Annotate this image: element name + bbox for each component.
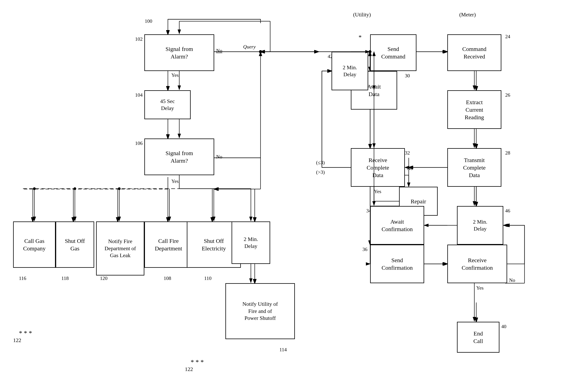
label-36: 36	[362, 247, 368, 252]
delay-2min-2-box: 2 Min.Delay	[457, 206, 503, 245]
no-receive-label: No	[407, 166, 413, 171]
notify-utility-text: Notify Utility ofFire and ofPower Shutof…	[242, 301, 278, 322]
label-46: 46	[505, 208, 510, 214]
await-data-text: AwaitData	[367, 83, 381, 98]
call-fire-box: Call FireDepartment	[144, 222, 193, 268]
call-gas-text: Call GasCompany	[23, 237, 46, 252]
query-label: Query	[243, 44, 256, 50]
notify-fire-gas-text: Notify FireDepartment ofGas Leak	[105, 238, 136, 259]
svg-point-74	[118, 187, 121, 190]
delay-45-text: 45 SecDelay	[160, 98, 175, 112]
signal-alarm-2-text: Signal fromAlarm?	[166, 149, 193, 164]
no-confirm-label: No	[509, 277, 515, 283]
receive-confirmation-box: ReceiveConfirmation	[447, 245, 507, 283]
shutoff-gas-text: Shut OffGas	[65, 237, 85, 252]
yes1-label: Yes	[171, 72, 179, 78]
stars-b: * * *	[191, 358, 204, 366]
transmit-data-box: TransmitCompleteData	[447, 148, 501, 187]
meter-label: (Meter)	[459, 12, 476, 18]
signal-alarm-2-box: Signal fromAlarm?	[144, 139, 214, 175]
extract-reading-box: ExtractCurrentReading	[447, 90, 501, 129]
label-102: 102	[135, 36, 143, 42]
label-26: 26	[505, 92, 510, 98]
extract-reading-text: ExtractCurrentReading	[465, 98, 484, 121]
label-118: 118	[61, 276, 69, 281]
label-28: 28	[505, 150, 510, 156]
receive-complete-box: ReceiveCompleteData	[351, 148, 405, 187]
utility-label: (Utility)	[353, 12, 371, 18]
delay-2min-3-text: 2 Min.Delay	[244, 236, 258, 250]
delay-45-box: 45 SecDelay	[144, 90, 191, 119]
svg-point-72	[33, 187, 36, 190]
label-32: 32	[405, 150, 410, 156]
label-104: 104	[135, 92, 143, 98]
svg-point-73	[73, 187, 76, 190]
label-24: 24	[505, 34, 510, 40]
await-confirmation-box: AwaitConfirmation	[370, 206, 424, 245]
shutoff-elec-text: Shut OffElectricity	[202, 237, 226, 252]
delay-2min-1-box: 2 Min.Delay	[332, 52, 368, 90]
svg-point-54	[259, 50, 262, 53]
svg-point-48	[259, 50, 262, 53]
label-120: 120	[100, 276, 108, 281]
gt3-label: (>3)	[316, 169, 325, 175]
receive-complete-text: ReceiveCompleteData	[367, 156, 389, 179]
label-114: 114	[279, 347, 287, 353]
call-gas-box: Call GasCompany	[13, 222, 56, 268]
star-utility: *	[359, 34, 362, 41]
shutoff-gas-box: Shut OffGas	[56, 222, 94, 268]
le3-label: (≤3)	[316, 160, 325, 166]
delay-2min-2-text: 2 Min.Delay	[473, 218, 487, 232]
label-106: 106	[135, 140, 143, 146]
command-received-text: CommandReceived	[462, 45, 486, 60]
end-call-text: EndCall	[473, 330, 483, 345]
yes-receive-label: Yes	[374, 189, 381, 195]
label-100: 100	[145, 18, 152, 24]
command-received-box: CommandReceived	[447, 34, 501, 71]
no1-label: No	[216, 48, 222, 54]
signal-alarm-1-text: Signal fromAlarm?	[166, 45, 193, 60]
label-40: 40	[501, 324, 506, 330]
label-108: 108	[164, 276, 171, 281]
receive-confirmation-text: ReceiveConfirmation	[462, 256, 493, 271]
transmit-data-text: TransmitCompleteData	[463, 156, 486, 179]
label-30: 30	[405, 73, 410, 79]
send-command-text: SendCommand	[381, 45, 405, 60]
yes2-label: Yes	[171, 179, 179, 184]
await-confirmation-text: AwaitConfirmation	[382, 218, 413, 233]
send-command-box: SendCommand	[370, 34, 416, 71]
label-110: 110	[204, 276, 212, 281]
signal-alarm-1-box: Signal fromAlarm?	[144, 34, 214, 71]
diagram: (Utility) (Meter) 100 102 Signal fromAla…	[0, 0, 566, 392]
send-confirmation-box: SendConfirmation	[370, 245, 424, 283]
yes-confirm-label: Yes	[476, 285, 484, 291]
notify-utility-box: Notify Utility ofFire and ofPower Shutof…	[226, 283, 295, 339]
notify-fire-gas-box: Notify FireDepartment ofGas Leak	[96, 222, 144, 276]
end-call-box: EndCall	[457, 322, 499, 353]
send-confirmation-text: SendConfirmation	[382, 256, 413, 271]
no2-label: No	[216, 154, 222, 160]
call-fire-text: Call FireDepartment	[155, 237, 182, 252]
delay-2min-3-box: 2 Min.Delay	[232, 222, 270, 264]
label-122b: 122	[185, 366, 193, 372]
label-116: 116	[19, 276, 26, 281]
delay-2min-1-text: 2 Min.Delay	[343, 64, 357, 78]
repair-text: Repair	[411, 197, 426, 205]
label-122a: 122	[13, 337, 21, 343]
stars-a: * * *	[19, 330, 32, 337]
